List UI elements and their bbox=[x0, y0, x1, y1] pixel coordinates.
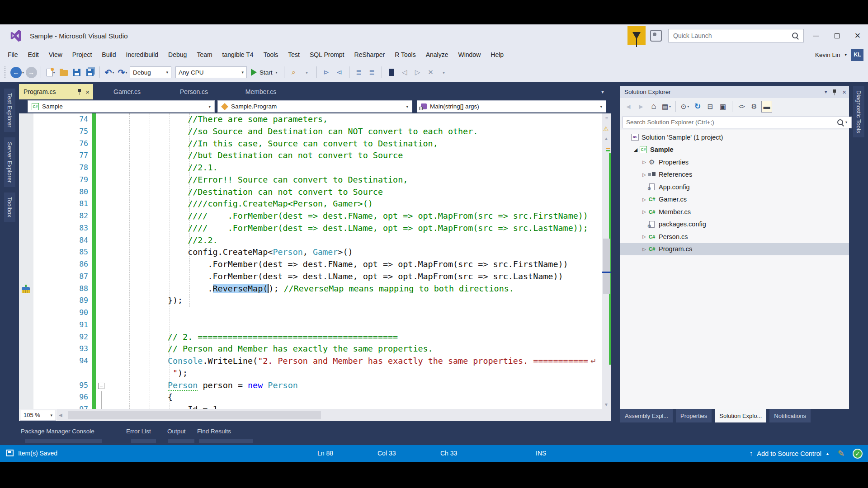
toolbar-overflow-small-icon[interactable]: ▾ bbox=[301, 66, 313, 79]
save-all-button[interactable] bbox=[84, 66, 96, 79]
bottom-tab-error-list[interactable]: Error List bbox=[126, 428, 151, 435]
refresh-icon[interactable]: ↻ bbox=[692, 101, 703, 113]
warning-marker-icon[interactable]: ⚠ bbox=[603, 125, 609, 132]
menu-tangible-t4[interactable]: tangible T4 bbox=[217, 49, 259, 60]
previous-bookmark-icon[interactable]: ◁ bbox=[399, 66, 410, 79]
window-position-caret-icon[interactable]: ▾ bbox=[825, 89, 827, 94]
menu-project[interactable]: Project bbox=[67, 49, 97, 60]
menu-test[interactable]: Test bbox=[283, 49, 305, 60]
signed-in-user[interactable]: Kevin Lin bbox=[815, 52, 840, 58]
code-line[interactable]: 97 Id = 1, bbox=[19, 404, 601, 409]
code-line[interactable]: 84 //2.2. bbox=[19, 235, 601, 247]
code-line[interactable]: 85 config.CreateMap<Person, Gamer>() bbox=[19, 246, 601, 258]
switch-views-icon[interactable]: ▤▾ bbox=[661, 101, 672, 113]
code-line[interactable]: 82 //// .ForMember(dest => dest.FName, o… bbox=[19, 210, 601, 222]
solution-explorer-header[interactable]: Solution Explorer ▾ × bbox=[620, 86, 849, 98]
pending-changes-filter-icon[interactable]: ⊙▾ bbox=[679, 101, 690, 113]
navigate-forward-button[interactable]: → bbox=[25, 66, 37, 79]
scrollbar-thumb[interactable] bbox=[603, 239, 610, 294]
search-options-caret-icon[interactable]: ▾ bbox=[845, 120, 847, 124]
save-button[interactable] bbox=[71, 66, 83, 79]
quick-fix-broom-icon[interactable] bbox=[21, 285, 30, 293]
code-line[interactable]: 89 }); bbox=[19, 295, 601, 307]
bottom-tab-output[interactable]: Output bbox=[167, 428, 186, 435]
menu-debug[interactable]: Debug bbox=[163, 49, 192, 60]
code-line[interactable]: 94 Console.WriteLine("2. Person and Memb… bbox=[19, 355, 601, 367]
bottom-tab-find-results[interactable]: Find Results bbox=[197, 428, 231, 435]
home-icon[interactable]: ⌂ bbox=[648, 101, 659, 113]
menu-tools[interactable]: Tools bbox=[259, 49, 283, 60]
clear-bookmarks-icon[interactable]: ✕ bbox=[425, 66, 437, 79]
notifications-flag-button[interactable] bbox=[627, 26, 646, 45]
expander-closed-icon[interactable]: ▷ bbox=[641, 172, 647, 177]
properties-wrench-icon[interactable]: ⚙ bbox=[749, 101, 760, 113]
tree-item-person-cs[interactable]: ▷C#Person.cs bbox=[620, 230, 849, 243]
code-line[interactable]: 81 ////config.CreateMap<Person, Gamer>() bbox=[19, 198, 601, 210]
new-item-button[interactable]: ▾ bbox=[45, 66, 57, 79]
tab-gamer-cs[interactable]: Gamer.cs bbox=[94, 84, 160, 99]
toggle-bookmark-icon[interactable] bbox=[386, 66, 397, 79]
code-line[interactable]: 78 //2.1. bbox=[19, 162, 601, 174]
tree-item-member-cs[interactable]: ▷C#Member.cs bbox=[620, 206, 849, 218]
h-scrollbar-thumb[interactable] bbox=[68, 411, 321, 419]
code-line[interactable]: 91 bbox=[19, 319, 601, 331]
close-tab-icon[interactable]: × bbox=[85, 88, 90, 96]
navigate-back-button[interactable]: ←▾ bbox=[10, 66, 24, 79]
close-panel-icon[interactable]: × bbox=[842, 88, 846, 96]
code-line[interactable]: 87 .ForMember(dest => dest.LName, opt =>… bbox=[19, 271, 601, 283]
comment-out-icon[interactable]: ⊳ bbox=[321, 66, 332, 79]
code-line[interactable]: 93 // Person and Member has exactly the … bbox=[19, 343, 601, 355]
solution-explorer-search-input[interactable] bbox=[622, 117, 852, 128]
code-line[interactable]: 96 { bbox=[19, 391, 601, 404]
code-line[interactable]: "); bbox=[19, 367, 601, 380]
code-line[interactable]: 75 //so Source and Destination can NOT c… bbox=[19, 126, 601, 138]
add-to-source-control-button[interactable]: ↑ Add to Source Control ▲ bbox=[749, 450, 830, 458]
user-avatar[interactable]: KL bbox=[851, 49, 863, 61]
expander-closed-icon[interactable]: ▷ bbox=[641, 160, 647, 164]
toolbar-grip[interactable] bbox=[5, 66, 7, 78]
editor-zoom-dropdown[interactable]: 105 %▾ bbox=[20, 410, 56, 421]
menu-edit[interactable]: Edit bbox=[23, 49, 44, 60]
restore-button[interactable] bbox=[826, 24, 847, 47]
view-code-icon[interactable]: <> bbox=[736, 101, 747, 113]
feedback-icon[interactable] bbox=[650, 30, 662, 42]
expander-closed-icon[interactable]: ▷ bbox=[641, 209, 647, 214]
code-line[interactable]: 92 // 2. ===============================… bbox=[19, 331, 601, 343]
decrease-indent-icon[interactable]: ≣ bbox=[353, 66, 365, 79]
menu-incredibuild[interactable]: Incredibuild bbox=[121, 49, 164, 60]
pin-icon[interactable] bbox=[832, 89, 837, 95]
tab-member-cs[interactable]: Member.cs bbox=[227, 84, 294, 99]
open-file-button[interactable] bbox=[58, 66, 70, 79]
tool-tab-assembly-expl-[interactable]: Assembly Expl... bbox=[620, 409, 673, 422]
scroll-left-icon[interactable]: ◀ bbox=[59, 413, 62, 418]
solution-platform-dropdown[interactable]: Any CPU▾ bbox=[175, 66, 247, 78]
tree-item-packages-config[interactable]: packages.config bbox=[620, 218, 849, 231]
code-line[interactable]: 90 bbox=[19, 307, 601, 319]
increase-indent-icon[interactable]: ≣ bbox=[366, 66, 378, 79]
redo-button[interactable]: ↷▾ bbox=[117, 66, 128, 79]
expander-open-icon[interactable]: ◢ bbox=[632, 147, 639, 153]
dock-tab-diagnostic-tools[interactable]: Diagnostic Tools bbox=[853, 86, 864, 137]
close-button[interactable]: × bbox=[847, 24, 868, 47]
undo-button[interactable]: ↶▾ bbox=[104, 66, 115, 79]
user-dropdown-caret-icon[interactable]: ▾ bbox=[844, 52, 847, 57]
build-success-check-icon[interactable]: ✓ bbox=[853, 449, 863, 459]
collapse-region-icon[interactable]: – bbox=[98, 383, 104, 389]
code-line[interactable]: 86 .ForMember(dest => dest.FName, opt =>… bbox=[19, 258, 601, 271]
send-feedback-pencil-icon[interactable]: ✎ bbox=[838, 449, 844, 459]
tool-tab-notifications[interactable]: Notifications bbox=[769, 409, 811, 422]
attach-to-process-icon[interactable]: ⌕ bbox=[288, 66, 300, 79]
toolbar-options-caret-icon[interactable]: ▾ bbox=[438, 66, 450, 79]
menu-r-tools[interactable]: R Tools bbox=[390, 49, 420, 60]
tree-item-properties[interactable]: ▷⚙Properties bbox=[620, 156, 849, 169]
expander-closed-icon[interactable]: ▷ bbox=[641, 234, 647, 239]
type-dropdown[interactable]: Sample.Program▾ bbox=[217, 100, 412, 113]
back-icon[interactable]: ◄ bbox=[623, 101, 634, 113]
code-line[interactable]: 88 .ReverseMap(); //ReverseMap means map… bbox=[19, 283, 601, 295]
start-debugging-button[interactable]: Start▾ bbox=[248, 69, 280, 76]
tab-person-cs[interactable]: Person.cs bbox=[160, 84, 227, 99]
code-line[interactable]: 95– Person person = new Person bbox=[19, 380, 601, 392]
uncomment-icon[interactable]: ⊲ bbox=[334, 66, 345, 79]
code-line[interactable]: 80 //Destination can not convert to Sour… bbox=[19, 186, 601, 198]
code-line[interactable]: 77 //but Destination can not convert to … bbox=[19, 150, 601, 162]
